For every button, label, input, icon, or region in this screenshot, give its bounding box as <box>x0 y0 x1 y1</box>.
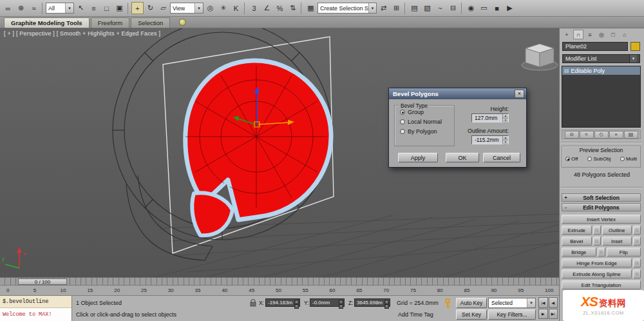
go-to-start-button[interactable]: |◀ <box>538 297 548 308</box>
inset-button-settings[interactable]: □ <box>633 237 641 246</box>
outline-button[interactable]: Outline <box>602 226 632 235</box>
rollout-soft-selection[interactable]: Soft Selection+ <box>562 193 641 202</box>
x-spinner[interactable]: ▲▼ <box>294 300 299 306</box>
bridge-button[interactable]: Bridge <box>562 248 596 257</box>
time-slider-track[interactable]: 0 / 100 <box>0 277 559 286</box>
y-coord-field[interactable]: -0.0mm ▲▼ <box>310 298 345 307</box>
apply-button[interactable]: Apply <box>398 153 438 162</box>
hierarchy-tab[interactable]: ≡ <box>585 30 595 39</box>
maxscript-mini-listener[interactable]: $.bevelOutline Welcome to MAX! <box>0 296 72 321</box>
spinner-snap-icon[interactable]: ⇅ <box>287 2 299 14</box>
reference-coordinate-dropdown[interactable]: View▼ <box>170 3 204 14</box>
layer-manager-icon[interactable]: ▤ <box>408 2 421 14</box>
height-spinner[interactable]: ▲ ▼ <box>502 114 508 122</box>
object-name-field[interactable]: Plane02 <box>562 42 628 51</box>
keyboard-shortcut-override-icon[interactable]: K <box>230 2 242 14</box>
selection-lock-icon[interactable] <box>250 299 256 307</box>
selected-polygons-shape[interactable] <box>185 61 331 235</box>
outline-button-settings[interactable]: □ <box>633 226 641 235</box>
close-icon[interactable]: × <box>515 90 524 98</box>
render-setup-icon[interactable]: ▭ <box>478 2 490 14</box>
spinner-up-icon[interactable]: ▲ <box>503 114 508 119</box>
insert-vertex-button[interactable]: Insert Vertex <box>562 215 641 224</box>
ribbon-tab-freeform[interactable]: Freeform <box>91 17 130 28</box>
display-tab[interactable]: □ <box>608 30 618 39</box>
select-and-scale-icon[interactable]: ▱ <box>157 2 169 14</box>
outline-amount-field[interactable]: -115.2mm ▲ ▼ <box>471 135 509 144</box>
bevel-button[interactable]: Bevel <box>562 237 592 246</box>
angle-snap-icon[interactable]: ∠ <box>261 2 273 14</box>
listener-line[interactable]: Welcome to MAX! <box>0 308 71 321</box>
edit-triangulation-button[interactable]: Edit Triangulation <box>562 280 641 289</box>
bridge-button-settings[interactable]: □ <box>598 248 605 257</box>
set-key-icon[interactable] <box>443 298 452 309</box>
object-color-swatch[interactable] <box>630 42 640 51</box>
go-to-end-button[interactable]: ▶| <box>549 309 558 320</box>
previous-frame-button[interactable]: ◀ <box>549 297 558 308</box>
unlink-selection-icon[interactable]: ⊗ <box>15 2 27 14</box>
spinner-down-icon[interactable]: ▼ <box>503 141 508 144</box>
select-object-icon[interactable]: ↖ <box>75 2 87 14</box>
select-by-name-icon[interactable]: ≡ <box>88 2 100 14</box>
spinner-down-icon[interactable]: ▼ <box>503 119 508 122</box>
remove-modifier-icon[interactable]: × <box>609 131 623 139</box>
material-editor-icon[interactable]: ◉ <box>465 2 477 14</box>
preview-option-off[interactable]: Off <box>565 156 578 162</box>
extrude-button-settings[interactable]: □ <box>593 226 601 235</box>
mirror-icon[interactable]: ⇄ <box>377 2 390 14</box>
select-and-manipulate-icon[interactable]: ✳ <box>217 2 229 14</box>
track-bar[interactable]: 0510152025303540455055606570758085909510… <box>0 286 559 296</box>
extrude-along-spline-button[interactable]: Extrude Along Spline <box>562 269 632 278</box>
snap-toggle-3d-icon[interactable]: 3 <box>248 2 260 14</box>
modify-tab[interactable]: ∩ <box>573 30 583 39</box>
bevel-type-option-group[interactable]: Group <box>400 109 454 115</box>
show-end-result-icon[interactable]: ≈ <box>580 131 594 139</box>
play-button[interactable]: ▶ <box>538 309 548 320</box>
bevel-button-settings[interactable]: □ <box>593 237 601 246</box>
modifier-stack-item[interactable]: ▤Editable Poly <box>562 66 640 75</box>
create-tab[interactable]: + <box>562 30 572 39</box>
preview-option-subobj[interactable]: SubObj <box>587 156 611 162</box>
modifier-list-dropdown[interactable]: Modifier List ▼ <box>562 54 640 63</box>
select-and-move-icon[interactable]: + <box>131 2 144 14</box>
percent-snap-icon[interactable]: % <box>274 2 286 14</box>
bevel-type-option-local-normal[interactable]: Local Normal <box>400 119 454 125</box>
macro-recorder-line[interactable]: $.bevelOutline <box>0 296 71 308</box>
z-spinner[interactable]: ▲▼ <box>384 300 389 306</box>
edit-named-selection-sets-icon[interactable]: ▦ <box>305 2 317 14</box>
use-pivot-point-center-icon[interactable]: ◎ <box>204 2 216 14</box>
dialog-titlebar[interactable]: Bevel Polygons × <box>389 88 526 99</box>
time-slider[interactable]: 0 / 100 <box>18 278 67 285</box>
outline-spinner[interactable]: ▲ ▼ <box>502 136 508 144</box>
rollout-edit-polygons[interactable]: Edit Polygons- <box>562 203 641 211</box>
add-time-tag[interactable]: Add Time Tag <box>398 311 433 318</box>
ok-button[interactable]: OK <box>446 153 479 162</box>
quick-render-icon[interactable]: ▶ <box>504 2 516 14</box>
auto-key-button[interactable]: Auto Key <box>456 298 487 308</box>
named-selection-sets-dropdown[interactable]: Create Selection Se▼ <box>317 3 377 14</box>
curve-editor-icon[interactable]: ~ <box>434 2 446 14</box>
align-icon[interactable]: ⊞ <box>390 2 402 14</box>
select-and-link-icon[interactable]: ∞ <box>2 2 14 14</box>
extrude-button[interactable]: Extrude <box>562 226 592 235</box>
cancel-button[interactable]: Cancel <box>483 153 520 162</box>
configure-modifier-sets-icon[interactable]: ▤ <box>624 131 638 139</box>
inset-button[interactable]: Inset <box>602 237 632 246</box>
viewport-label[interactable]: [ + ] [ Perspective ] [ Smooth + Highlig… <box>4 30 160 37</box>
hinge-from-edge-button[interactable]: Hinge From Edge <box>562 258 632 268</box>
selection-set-dropdown[interactable]: Selected ▼ <box>488 298 536 308</box>
spinner-up-icon[interactable]: ▲ <box>503 136 508 141</box>
hinge-from-edge-button-settings[interactable]: □ <box>633 258 641 268</box>
select-and-rotate-icon[interactable]: ↻ <box>144 2 156 14</box>
window-crossing-icon[interactable]: ▣ <box>113 2 126 14</box>
ribbon-tab-graphite-modeling-tools[interactable]: Graphite Modeling Tools <box>4 17 90 28</box>
ribbon-toggle-icon[interactable] <box>179 19 186 26</box>
bind-to-space-warp-icon[interactable]: ≈ <box>28 2 40 14</box>
graphite-modeling-toggle-icon[interactable]: ▧ <box>421 2 433 14</box>
x-coord-field[interactable]: -194.163m ▲▼ <box>265 298 300 307</box>
key-filters-button[interactable]: Key Filters... <box>488 309 536 320</box>
pin-stack-icon[interactable]: ⊙ <box>565 131 579 139</box>
make-unique-icon[interactable]: ◇ <box>594 131 609 139</box>
flip-button[interactable]: Flip <box>607 248 641 257</box>
utilities-tab[interactable]: ⌂ <box>620 30 630 39</box>
